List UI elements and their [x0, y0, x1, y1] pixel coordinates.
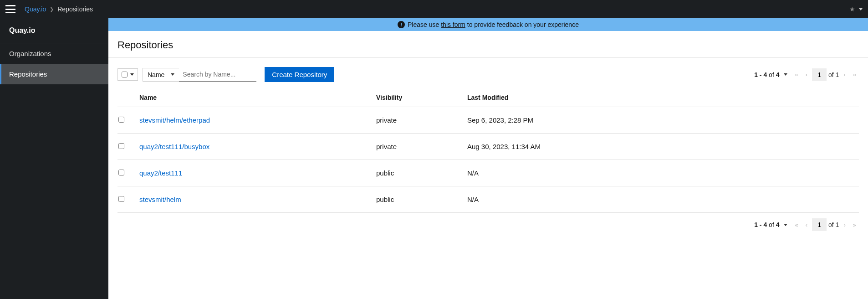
hamburger-menu-icon[interactable] [5, 5, 15, 13]
pagination-first-button[interactable]: « [792, 69, 801, 80]
pagination-range-dropdown[interactable]: 1 - 4 of 4 [754, 221, 787, 228]
create-repository-button[interactable]: Create Repository [265, 67, 334, 82]
divider [108, 57, 868, 58]
pagination-of-pages: of [828, 221, 834, 228]
repo-link[interactable]: stevsmit/helm [139, 196, 181, 203]
feedback-form-link[interactable]: this form [441, 21, 465, 28]
pagination-of: of [769, 221, 774, 228]
table-row: stevsmit/helm/etherpad private Sep 6, 20… [117, 107, 859, 134]
repo-last-modified: Sep 6, 2023, 2:28 PM [464, 107, 859, 134]
search-input[interactable] [179, 68, 256, 82]
table-row: quay2/test111 public N/A [117, 160, 859, 186]
pagination-total: 4 [776, 71, 780, 78]
row-checkbox[interactable] [118, 170, 124, 175]
pagination-top: 1 - 4 of 4 « ‹ of 1 › [754, 68, 859, 81]
pagination-range: 1 - 4 [754, 221, 767, 228]
repo-visibility: private [373, 107, 464, 134]
pagination-bottom: 1 - 4 of 4 « ‹ of 1 › [754, 218, 859, 231]
repo-visibility: public [373, 160, 464, 186]
notice-suffix: to provide feedback on your experience [467, 21, 579, 28]
caret-down-icon [784, 224, 787, 226]
sidebar: Quay.io Organizations Repositories [0, 18, 108, 299]
pagination-prev-button[interactable]: ‹ [803, 69, 810, 80]
pagination-page-input[interactable] [812, 68, 827, 81]
pagination-total: 4 [776, 221, 780, 228]
repositories-table: Name Visibility Last Modified stevsmit/h… [117, 88, 859, 213]
chevron-right-icon: ❯ [50, 6, 54, 12]
breadcrumb: Quay.io ❯ Repositories [25, 5, 93, 13]
row-checkbox[interactable] [118, 196, 124, 202]
info-icon: i [398, 21, 405, 28]
top-menu-caret-icon[interactable] [859, 8, 863, 10]
pagination-next-button[interactable]: › [841, 220, 848, 230]
sidebar-item-organizations[interactable]: Organizations [0, 43, 108, 64]
column-header-visibility[interactable]: Visibility [373, 88, 464, 107]
sidebar-item-repositories[interactable]: Repositories [0, 64, 108, 84]
breadcrumb-root-link[interactable]: Quay.io [25, 5, 46, 13]
caret-down-icon [130, 73, 134, 76]
pagination-first-button[interactable]: « [792, 220, 801, 230]
top-bar: Quay.io ❯ Repositories ★ [0, 0, 868, 18]
repo-visibility: private [373, 134, 464, 160]
repo-last-modified: N/A [464, 186, 859, 213]
star-icon[interactable]: ★ [849, 5, 855, 13]
caret-down-icon [784, 73, 787, 76]
pagination-prev-button[interactable]: ‹ [803, 220, 810, 230]
pagination-range: 1 - 4 [754, 71, 767, 78]
pagination-next-button[interactable]: › [841, 69, 848, 80]
repo-link[interactable]: quay2/test111 [139, 169, 182, 177]
pagination-last-button[interactable]: » [850, 69, 859, 80]
table-row: stevsmit/helm public N/A [117, 186, 859, 213]
sidebar-title: Quay.io [0, 18, 108, 43]
repo-last-modified: Aug 30, 2023, 11:34 AM [464, 134, 859, 160]
table-row: quay2/test111/busybox private Aug 30, 20… [117, 134, 859, 160]
row-checkbox[interactable] [118, 143, 124, 149]
repo-link[interactable]: quay2/test111/busybox [139, 143, 209, 150]
pagination-total-pages: 1 [836, 71, 839, 78]
pagination-last-button[interactable]: » [850, 220, 859, 230]
pagination-page-input[interactable] [812, 218, 827, 231]
notice-prefix: Please use [408, 21, 439, 28]
repo-last-modified: N/A [464, 160, 859, 186]
feedback-notice: i Please use this form to provide feedba… [108, 18, 868, 31]
toolbar: Name Create Repository 1 - 4 of 4 [117, 67, 859, 88]
filter-field-label: Name [148, 71, 164, 78]
caret-down-icon [171, 73, 174, 76]
select-all-checkbox[interactable] [122, 72, 128, 77]
pagination-range-dropdown[interactable]: 1 - 4 of 4 [754, 71, 787, 78]
filter-field-dropdown[interactable]: Name [143, 68, 179, 82]
page-title: Repositories [117, 39, 859, 57]
repo-visibility: public [373, 186, 464, 213]
select-all-dropdown[interactable] [117, 68, 138, 81]
row-checkbox[interactable] [118, 117, 124, 123]
pagination-of-pages: of [828, 71, 834, 78]
pagination-total-pages: 1 [836, 221, 839, 228]
main-content: i Please use this form to provide feedba… [108, 18, 868, 299]
column-header-last-modified[interactable]: Last Modified [464, 88, 859, 107]
breadcrumb-current: Repositories [57, 5, 93, 13]
pagination-of: of [769, 71, 774, 78]
repo-link[interactable]: stevsmit/helm/etherpad [139, 116, 210, 124]
column-header-name[interactable]: Name [136, 88, 373, 107]
